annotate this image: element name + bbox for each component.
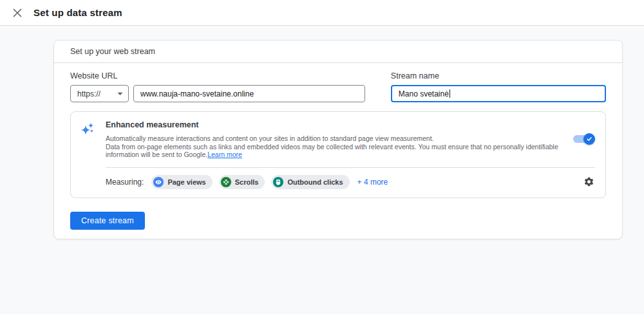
chip-page-views[interactable]: Page views xyxy=(151,175,212,189)
enhanced-measurement-title: Enhanced measurement xyxy=(106,120,565,129)
scroll-icon xyxy=(221,177,231,187)
website-url-group: Website URL https:// www.nauja-mano-svet… xyxy=(70,71,365,102)
stream-name-group: Stream name Mano svetainė xyxy=(391,71,606,102)
protocol-selected-value: https:// xyxy=(77,89,100,98)
page-title: Set up data stream xyxy=(33,7,122,18)
enhanced-measurement-box: Enhanced measurement Automatically measu… xyxy=(70,111,606,198)
website-url-label: Website URL xyxy=(70,71,365,80)
eye-icon xyxy=(153,177,164,187)
card-title: Set up your web stream xyxy=(54,41,622,63)
stream-name-label: Stream name xyxy=(391,71,606,80)
enhanced-measurement-top: Enhanced measurement Automatically measu… xyxy=(80,119,595,159)
measuring-row: Measuring: Page views Scrolls xyxy=(106,175,595,189)
website-url-input[interactable]: www.nauja-mano-svetaine.online xyxy=(133,85,365,102)
stream-name-input[interactable]: Mano svetainė xyxy=(391,85,606,102)
gear-icon xyxy=(583,176,594,187)
enhanced-measurement-toggle[interactable] xyxy=(573,133,595,145)
web-stream-card: Set up your web stream Website URL https… xyxy=(53,40,623,239)
website-url-value: www.nauja-mano-svetaine.online xyxy=(140,89,254,98)
toggle-knob xyxy=(583,133,595,145)
sparkle-icon xyxy=(80,121,95,136)
close-icon xyxy=(13,8,22,17)
create-stream-button[interactable]: Create stream xyxy=(70,212,145,230)
description-line-1: Automatically measure interactions and c… xyxy=(106,134,565,143)
enhanced-measurement-description: Automatically measure interactions and c… xyxy=(106,134,565,159)
chip-label: Outbound clicks xyxy=(287,178,343,186)
learn-more-link[interactable]: Learn more xyxy=(207,151,242,158)
chip-label: Scrolls xyxy=(235,178,259,186)
mouse-icon xyxy=(273,177,283,187)
measurement-settings-button[interactable] xyxy=(582,176,595,189)
measuring-divider xyxy=(106,167,595,168)
description-line-2: Data from on-page elements such as links… xyxy=(106,143,565,159)
more-events-link[interactable]: + 4 more xyxy=(357,178,388,187)
topbar: Set up data stream xyxy=(0,0,644,26)
chip-label: Page views xyxy=(167,178,205,186)
close-button[interactable] xyxy=(10,6,24,20)
website-url-fields: https:// www.nauja-mano-svetaine.online xyxy=(70,85,365,102)
protocol-select[interactable]: https:// xyxy=(70,85,129,102)
chip-outbound-clicks[interactable]: Outbound clicks xyxy=(271,175,349,189)
measuring-label: Measuring: xyxy=(106,178,144,187)
stream-form-row: Website URL https:// www.nauja-mano-svet… xyxy=(70,71,606,102)
chevron-down-icon xyxy=(117,92,123,96)
chip-scrolls[interactable]: Scrolls xyxy=(219,175,265,189)
text-cursor xyxy=(450,89,451,98)
stream-name-value: Mano svetainė xyxy=(399,89,449,98)
card-body: Website URL https:// www.nauja-mano-svet… xyxy=(54,63,622,239)
check-icon xyxy=(586,136,592,142)
